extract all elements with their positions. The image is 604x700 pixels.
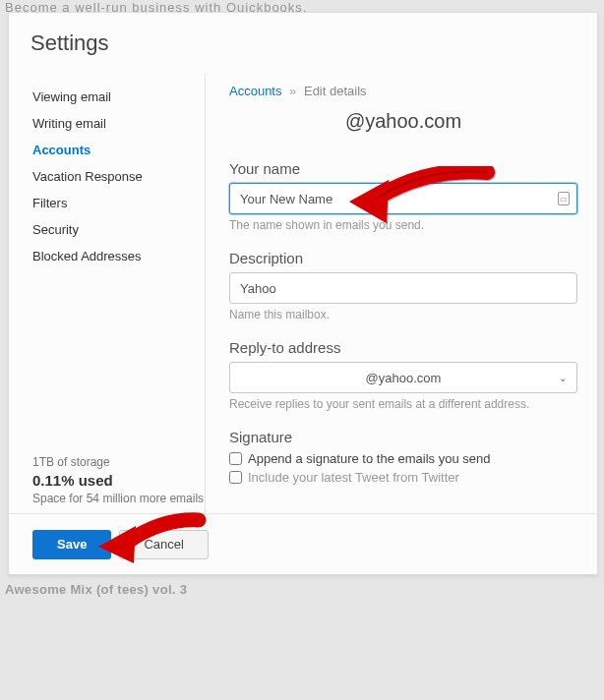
breadcrumb-accounts[interactable]: Accounts [229, 84, 281, 98]
reply-to-hint: Receive replies to your sent emails at a… [229, 397, 577, 411]
sidebar-item-blocked-addresses[interactable]: Blocked Addresses [32, 243, 205, 269]
name-hint: The name shown in emails you send. [229, 218, 577, 232]
signature-tweet-row[interactable]: Include your latest Tweet from Twitter [229, 470, 577, 485]
breadcrumb-separator-icon: » [289, 84, 296, 98]
sidebar-list: Viewing email Writing email Accounts Vac… [32, 84, 205, 269]
cancel-button[interactable]: Cancel [119, 530, 208, 559]
background-ad-bottom: Awesome Mix (of tees) vol. 3 [5, 582, 187, 597]
storage-total: 1TB of storage [32, 455, 204, 469]
sidebar-item-vacation-response[interactable]: Vacation Response [32, 163, 205, 190]
contact-card-icon[interactable]: ▭ [558, 192, 570, 205]
panel-footer: Save Cancel [9, 513, 597, 574]
description-hint: Name this mailbox. [229, 308, 577, 321]
description-label: Description [229, 250, 577, 266]
sidebar-item-security[interactable]: Security [32, 216, 205, 243]
breadcrumb-leaf: Edit details [304, 84, 367, 98]
signature-tweet-checkbox[interactable] [229, 471, 242, 484]
reply-to-value: @yahoo.com [366, 371, 442, 385]
sidebar-item-writing-email[interactable]: Writing email [32, 110, 205, 137]
reply-to-select[interactable]: @yahoo.com ⌄ [229, 362, 577, 393]
signature-append-checkbox[interactable] [229, 452, 242, 465]
account-email: @yahoo.com [229, 110, 577, 133]
sidebar-item-filters[interactable]: Filters [32, 190, 205, 216]
storage-info: 1TB of storage 0.11% used Space for 54 m… [32, 455, 204, 505]
chevron-down-icon: ⌄ [559, 373, 567, 383]
save-button[interactable]: Save [32, 530, 111, 559]
description-input[interactable] [229, 272, 577, 304]
signature-tweet-text: Include your latest Tweet from Twitter [248, 470, 459, 485]
settings-panel: Settings Viewing email Writing email Acc… [8, 12, 598, 575]
storage-used: 0.11% used [32, 472, 204, 489]
your-name-input[interactable] [229, 183, 577, 214]
storage-remaining: Space for 54 million more emails [32, 492, 204, 505]
reply-to-label: Reply-to address [229, 339, 577, 356]
name-label: Your name [229, 160, 577, 177]
settings-sidebar: Viewing email Writing email Accounts Vac… [9, 74, 206, 513]
sidebar-item-viewing-email[interactable]: Viewing email [32, 84, 205, 110]
settings-content: Accounts » Edit details @yahoo.com Your … [206, 74, 597, 513]
signature-append-row[interactable]: Append a signature to the emails you sen… [229, 451, 577, 466]
signature-label: Signature [229, 429, 577, 445]
signature-append-text: Append a signature to the emails you sen… [248, 451, 490, 466]
page-title: Settings [9, 13, 597, 74]
breadcrumb: Accounts » Edit details [229, 84, 577, 98]
sidebar-item-accounts[interactable]: Accounts [32, 137, 205, 163]
